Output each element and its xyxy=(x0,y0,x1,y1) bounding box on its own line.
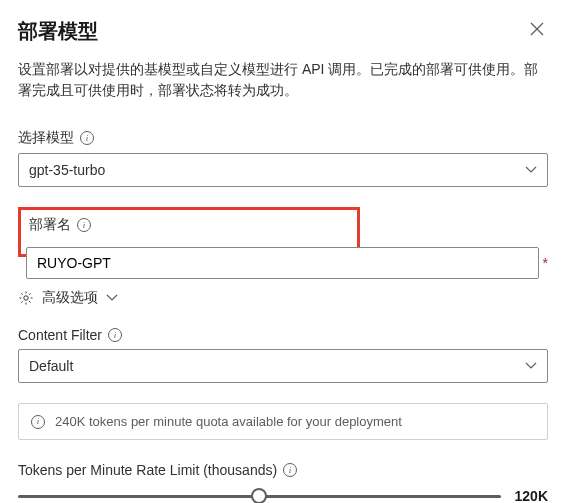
chevron-down-icon xyxy=(106,294,118,302)
advanced-options-label: 高级选项 xyxy=(42,289,98,307)
required-indicator: * xyxy=(543,255,548,271)
tpm-max-label: 120K xyxy=(515,488,548,503)
svg-point-2 xyxy=(24,296,28,300)
quota-notice-text: 240K tokens per minute quota available f… xyxy=(55,414,402,429)
quota-notice: i 240K tokens per minute quota available… xyxy=(18,403,548,440)
info-icon[interactable]: i xyxy=(108,328,122,342)
select-model-dropdown[interactable]: gpt-35-turbo xyxy=(18,153,548,187)
deployment-name-label: 部署名 xyxy=(29,216,71,234)
close-icon[interactable] xyxy=(526,18,548,43)
deployment-name-input[interactable] xyxy=(26,247,539,279)
content-filter-label: Content Filter xyxy=(18,327,102,343)
tpm-slider[interactable] xyxy=(18,488,501,503)
info-icon[interactable]: i xyxy=(80,131,94,145)
info-icon[interactable]: i xyxy=(283,463,297,477)
chevron-down-icon xyxy=(525,362,537,370)
dialog-description: 设置部署以对提供的基模型或自定义模型进行 API 调用。已完成的部署可供使用。部… xyxy=(18,59,548,101)
select-model-value: gpt-35-turbo xyxy=(29,162,105,178)
content-filter-dropdown[interactable]: Default xyxy=(18,349,548,383)
gear-icon xyxy=(18,290,34,306)
advanced-options-toggle[interactable]: 高级选项 xyxy=(18,289,548,307)
dialog-title: 部署模型 xyxy=(18,18,98,45)
chevron-down-icon xyxy=(525,166,537,174)
info-icon: i xyxy=(31,415,45,429)
tpm-label: Tokens per Minute Rate Limit (thousands) xyxy=(18,462,277,478)
info-icon[interactable]: i xyxy=(77,218,91,232)
content-filter-value: Default xyxy=(29,358,73,374)
slider-thumb[interactable] xyxy=(251,488,267,503)
select-model-label: 选择模型 xyxy=(18,129,74,147)
